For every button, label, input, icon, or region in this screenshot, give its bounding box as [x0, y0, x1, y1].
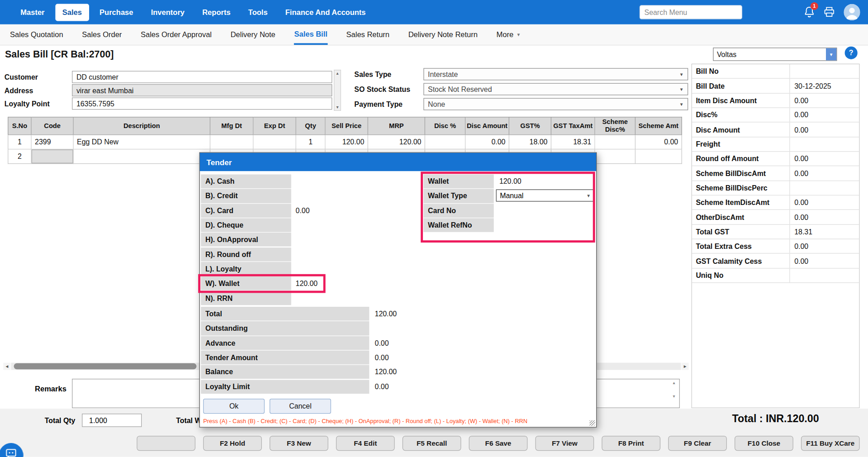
sub-nav-item-sales-order[interactable]: Sales Order — [82, 24, 122, 45]
wallet-value[interactable]: 120.00 — [495, 175, 593, 189]
cell-description[interactable]: Egg DD New — [74, 135, 210, 150]
wallet-type-select[interactable]: Manual▼ — [496, 190, 595, 202]
cell-scheme-amt[interactable] — [636, 149, 682, 164]
cell-gst[interactable]: 18.00 — [509, 135, 551, 150]
function-button-f10-close[interactable]: F10 Close — [735, 436, 793, 451]
tender-total-value: 0.00 — [370, 351, 592, 365]
function-button-f4-edit[interactable]: F4 Edit — [336, 436, 395, 451]
chevron-down-icon: ▼ — [679, 87, 684, 92]
wallet-value[interactable] — [495, 218, 593, 232]
tender-pay-label: D). Cheque — [201, 218, 291, 232]
summary-row-disc-amount: Disc Amount0.00 — [692, 123, 859, 137]
top-nav-item-master[interactable]: Master — [13, 4, 52, 21]
cell-scheme-disc[interactable] — [595, 149, 636, 164]
function-button-f11-buy-xcare[interactable]: F11 Buy XCare — [801, 436, 860, 451]
scroll-right-icon[interactable]: ► — [682, 363, 689, 370]
summary-row-round-off-amount: Round off Amount0.00 — [692, 152, 859, 166]
cell-scheme-amt[interactable]: 0.00 — [636, 135, 682, 150]
company-select[interactable]: Voltas ▼ — [713, 48, 837, 61]
tender-total-value: 120.00 — [370, 365, 592, 379]
scroll-left-icon[interactable]: ◄ — [3, 363, 10, 370]
function-button-f2-hold[interactable]: F2 Hold — [203, 436, 262, 451]
top-nav-item-finance-and-accounts[interactable]: Finance And Accounts — [278, 4, 373, 21]
wallet-label: Wallet — [423, 175, 493, 189]
sub-nav-item-sales-quotation[interactable]: Sales Quotation — [10, 24, 63, 45]
total-qty-input[interactable] — [82, 414, 142, 427]
tender-pay-value[interactable] — [292, 262, 386, 276]
function-button-f8-print[interactable]: F8 Print — [602, 436, 660, 451]
sub-nav-item-sales-return[interactable]: Sales Return — [346, 24, 390, 45]
function-button-blank[interactable] — [137, 436, 195, 451]
cell-gst-taxamt[interactable]: 18.31 — [551, 135, 595, 150]
summary-label: Scheme ItemDiscAmt — [692, 195, 790, 209]
cell-qty[interactable]: 1 — [296, 135, 326, 150]
function-button-f5-recall[interactable]: F5 Recall — [403, 436, 461, 451]
tender-pay-value[interactable]: 0.00 — [292, 204, 386, 218]
cell-mrp[interactable]: 120.00 — [368, 135, 425, 150]
chevron-down-icon[interactable]: ▼ — [826, 48, 836, 60]
cell-description[interactable] — [74, 149, 210, 164]
top-nav-item-inventory[interactable]: Inventory — [144, 4, 192, 21]
sub-nav-item-sales-order-approval[interactable]: Sales Order Approval — [141, 24, 212, 45]
cell-s-no[interactable]: 2 — [8, 149, 32, 164]
tender-pay-value[interactable] — [292, 218, 386, 232]
help-button[interactable]: ? — [845, 47, 858, 59]
top-nav-item-sales[interactable]: Sales — [55, 4, 89, 21]
search-input[interactable] — [640, 5, 743, 19]
sub-nav-item-delivery-note-return[interactable]: Delivery Note Return — [408, 24, 478, 45]
customer-scrollbar[interactable]: ▲ ▼ — [334, 70, 341, 111]
sub-nav-item-delivery-note[interactable]: Delivery Note — [231, 24, 275, 45]
scroll-up-icon[interactable]: ▲ — [672, 381, 676, 385]
horizontal-scrollbar-thumb[interactable] — [14, 363, 197, 369]
cell-code[interactable]: 2399 — [32, 135, 74, 150]
tender-pay-row-n-rrn: N). RRN — [201, 291, 595, 305]
sub-nav-item-sales-bill[interactable]: Sales Bill — [294, 24, 327, 45]
print-icon[interactable] — [823, 7, 835, 20]
select-payment-type[interactable]: None▼ — [423, 98, 688, 110]
function-button-f7-view[interactable]: F7 View — [535, 436, 594, 451]
tender-pay-value[interactable] — [292, 189, 386, 203]
cell-disc-amount[interactable]: 0.00 — [465, 135, 509, 150]
scroll-down-icon[interactable]: ▼ — [672, 394, 676, 398]
cell-scheme-disc[interactable] — [595, 135, 636, 150]
top-nav-item-tools[interactable]: Tools — [241, 4, 275, 21]
cell-exp-dt[interactable] — [254, 135, 296, 150]
function-button-f9-clear[interactable]: F9 Clear — [668, 436, 727, 451]
summary-value: 0.00 — [790, 125, 808, 133]
function-button-f6-save[interactable]: F6 Save — [469, 436, 528, 451]
cell-mfg-dt[interactable] — [210, 135, 253, 150]
ok-button[interactable]: Ok — [203, 399, 265, 414]
tender-total-label: Advance — [201, 336, 369, 350]
cell-s-no[interactable]: 1 — [8, 135, 32, 150]
cell-disc[interactable] — [425, 135, 465, 150]
input-loyalty-point[interactable] — [72, 97, 332, 109]
tender-pay-value[interactable] — [292, 291, 386, 305]
cell-sell-price[interactable]: 120.00 — [326, 135, 368, 150]
sub-nav-item-more[interactable]: More▼ — [497, 24, 521, 45]
function-button-f3-new[interactable]: F3 New — [270, 436, 328, 451]
scroll-up-icon[interactable]: ▲ — [334, 71, 340, 76]
cancel-button[interactable]: Cancel — [270, 399, 331, 414]
summary-value: 0.00 — [790, 198, 808, 206]
wallet-row-wallet-refno: Wallet RefNo — [423, 218, 595, 233]
scroll-down-icon[interactable]: ▼ — [334, 105, 340, 109]
tender-pay-value[interactable]: 120.00 — [292, 276, 386, 290]
top-nav-item-purchase[interactable]: Purchase — [92, 4, 140, 21]
summary-label: OtherDiscAmt — [692, 210, 790, 224]
tender-pay-value[interactable] — [292, 233, 386, 247]
input-address[interactable] — [72, 84, 332, 96]
wallet-value[interactable] — [495, 204, 593, 218]
avatar[interactable] — [844, 4, 860, 21]
cell-code[interactable] — [32, 149, 74, 164]
select-so-stock-status[interactable]: Stock Not Reserved▼ — [423, 83, 688, 95]
select-sales-type[interactable]: Interstate▼ — [423, 68, 688, 81]
resize-grip[interactable] — [589, 420, 595, 426]
label-so-stock-status: SO Stock Status — [354, 85, 410, 93]
input-customer[interactable] — [72, 71, 332, 83]
tender-pay-value[interactable] — [292, 247, 386, 261]
summary-label: Total Extra Cess — [692, 239, 790, 253]
tender-pay-row-l-loyalty: L). Loyalty — [201, 262, 595, 276]
tender-total-row-tender-amount: Tender Amount0.00 — [201, 351, 595, 365]
top-nav-item-reports[interactable]: Reports — [195, 4, 237, 21]
tender-pay-value[interactable] — [292, 175, 386, 189]
